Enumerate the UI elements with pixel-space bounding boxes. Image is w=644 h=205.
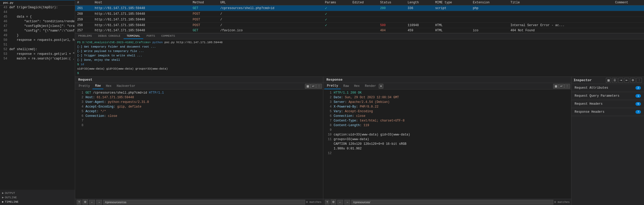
response-line: 1HTTP/1.1 200 OK (325, 90, 569, 95)
request-tab-raw[interactable]: Raw (92, 83, 103, 89)
cell-params: ✓ (323, 5, 350, 11)
request-tab-icon-2[interactable]: ⋮ (316, 84, 322, 89)
request-footer-settings-btn[interactable]: ⚙ (82, 200, 88, 204)
timeline-label[interactable]: ▶ TIMELINE (2, 200, 73, 204)
response-footer-help-btn[interactable]: ? (325, 200, 330, 204)
col-header-length[interactable]: Length (406, 0, 433, 5)
terminal-line: [-] Get temporary folder and document ro… (77, 45, 642, 49)
response-line: 5Vary: Accept-Encoding (325, 109, 569, 114)
code-line: 43def trigerImagick(tmpDir): (0, 6, 75, 10)
file-tab-poc[interactable]: poc.py (0, 0, 75, 6)
request-footer-back-btn[interactable]: ← (89, 200, 95, 204)
cell-mime (433, 17, 471, 22)
col-header-method[interactable]: Method (191, 0, 218, 5)
table-row[interactable]: 260 http://61.147.171.105:59448 POST / ✓ (75, 11, 644, 17)
col-header-host[interactable]: Host (93, 0, 191, 5)
bottom-tab-comments[interactable]: COMMENTS (158, 33, 178, 39)
cell-host: http://61.147.171.105:59448 (93, 22, 191, 28)
request-line: 8 (77, 123, 321, 128)
cell-host: http://61.147.171.105:59448 (93, 11, 191, 17)
output-label[interactable]: ▶ OUTPUT (2, 191, 73, 195)
request-tab-hackvertor[interactable]: Hackvertor (114, 83, 138, 89)
response-tab-icon-0[interactable]: ▦ (553, 84, 559, 89)
col-header-#[interactable]: # (75, 0, 93, 5)
request-body: 1GET /cpresources/shell.php?cmd=id HTTP/… (75, 89, 323, 199)
bottom-tab-ports[interactable]: PORTS (143, 33, 158, 39)
bottom-tab-debug-console[interactable]: DEBUG CONSOLE (95, 33, 124, 39)
request-tab-icon-1[interactable]: ↵ (311, 84, 316, 89)
response-line: 1.980u 0:01.982 (325, 146, 569, 151)
request-line: 6Connection: close (77, 114, 321, 118)
response-footer-back-btn[interactable]: ← (337, 200, 343, 204)
request-search-input[interactable] (103, 200, 305, 204)
request-tab-pretty[interactable]: Pretty (76, 83, 92, 89)
response-tab-more-btn[interactable]: ▾ (379, 84, 383, 89)
code-line: 52def shell(cmd): (0, 48, 75, 52)
request-footer-fwd-btn[interactable]: → (96, 200, 102, 204)
response-search-input[interactable] (351, 200, 553, 204)
response-line: 9 (325, 128, 569, 132)
outline-label[interactable]: ▶ OUTLINE (2, 195, 73, 200)
cell-comment (613, 22, 644, 28)
inspector-grid-btn[interactable]: ▦ (606, 78, 611, 83)
table-row[interactable]: 261 http://61.147.171.105:59448 GET /cpr… (75, 5, 644, 11)
response-tab-hex[interactable]: Hex (352, 83, 362, 89)
inspector-list-btn[interactable]: ☰ (612, 78, 617, 83)
table-row[interactable]: 258 http://61.147.171.105:59448 POST / ✓… (75, 22, 644, 28)
response-line: 6Connection: close (325, 114, 569, 118)
response-tab-raw[interactable]: Raw (341, 83, 352, 89)
bottom-tab-terminal[interactable]: TERMINAL (124, 33, 144, 39)
response-footer-settings-btn[interactable]: ⚙ (331, 200, 336, 204)
inspector-dedent-btn[interactable]: ⇤ (624, 78, 629, 83)
col-header-extension[interactable]: Extension (471, 0, 508, 5)
cell-length: 336 (406, 5, 433, 11)
col-header-title[interactable]: Title (508, 0, 613, 5)
cell-method: GET (191, 28, 218, 33)
inspector-item-response-headers[interactable]: Response Headers7 (571, 108, 644, 116)
cell-edited (350, 11, 378, 17)
response-panel: Response PrettyRawHexRender▾▦↵⋮ 1HTTP/1.… (323, 77, 571, 205)
col-header-comment[interactable]: Comment (613, 0, 644, 5)
request-matches-count: 0 matches (306, 201, 321, 204)
cell-ext (471, 11, 508, 17)
col-header-params[interactable]: Params (323, 0, 350, 5)
cell-edited (350, 17, 378, 22)
terminal-line: $ (77, 71, 642, 75)
cell-comment (613, 17, 644, 22)
http-table: #HostMethodURLParamsEditedStatusLengthMI… (75, 0, 644, 33)
request-footer-help-btn[interactable]: ? (77, 200, 81, 204)
bottom-tab-problems[interactable]: PROBLEMS (75, 33, 95, 39)
table-row[interactable]: 257 http://61.147.171.105:59448 GET /fav… (75, 28, 644, 33)
response-tab-icon-1[interactable]: ↵ (559, 84, 564, 89)
request-line: 7 (77, 118, 321, 123)
request-line: 3User-Agent: python-requests/2.31.0 (77, 100, 321, 104)
inspector-title: Inspector (574, 78, 605, 82)
col-header-status[interactable]: Status (378, 0, 405, 5)
inspector-item-request-query-parameters[interactable]: Request Query Parameters1 (571, 92, 644, 100)
cell-length: 459 (406, 28, 433, 33)
terminal-area[interactable]: PS D:\CVE_Analysis\CVE-2023-41892_Craftc… (75, 39, 644, 77)
table-row[interactable]: 259 http://61.147.171.105:59448 POST / ✓ (75, 17, 644, 22)
bottom-tabs-bar: PROBLEMSDEBUG CONSOLETERMINALPORTSCOMMEN… (75, 33, 644, 39)
inspector-item-request-attributes[interactable]: Request Attributes2 (571, 84, 644, 92)
inspector-more-btn[interactable]: ⋮ (636, 78, 642, 83)
code-line: 47 "configObject[class]": "craft\ (0, 24, 75, 29)
col-header-mime-type[interactable]: MIME type (433, 0, 471, 5)
inspector-item-request-headers[interactable]: Request Headers5 (571, 100, 644, 108)
response-tab-pretty[interactable]: Pretty (324, 83, 341, 89)
request-tab-hex[interactable]: Hex (103, 83, 114, 89)
request-line: 5Accept: */* (77, 109, 321, 114)
code-editor: 43def trigerImagick(tmpDir):4445 data = … (0, 6, 75, 190)
cell-params (323, 28, 350, 33)
inspector-settings-btn[interactable]: ⚙ (630, 78, 635, 83)
cell-num: 261 (75, 5, 93, 11)
col-header-edited[interactable]: Edited (350, 0, 378, 5)
response-tab-icon-2[interactable]: ⋮ (564, 84, 570, 89)
col-header-url[interactable]: URL (218, 0, 323, 5)
response-tab-render[interactable]: Render (362, 83, 378, 89)
http-table-wrap: #HostMethodURLParamsEditedStatusLengthMI… (75, 0, 644, 33)
inspector-indent-btn[interactable]: ⇥ (618, 78, 623, 83)
request-tab-icon-0[interactable]: ▦ (305, 84, 311, 89)
response-footer-fwd-btn[interactable]: → (344, 200, 350, 204)
request-panel-header: Request (75, 77, 323, 83)
